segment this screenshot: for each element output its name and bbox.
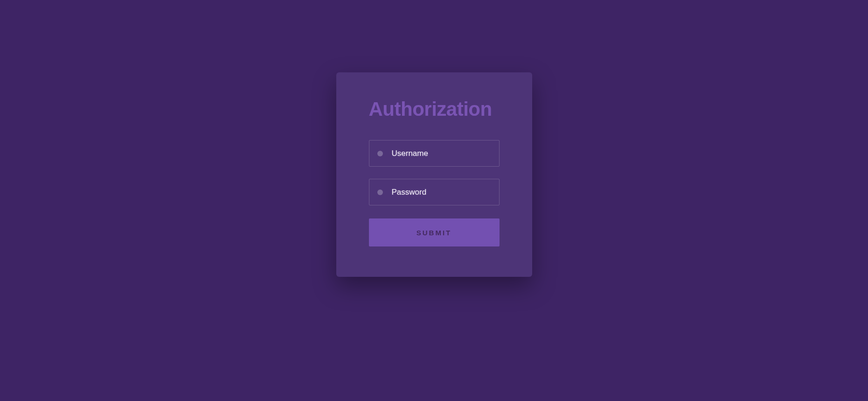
username-field-wrapper (369, 140, 500, 167)
authorization-card: Authorization SUBMIT (336, 72, 532, 277)
username-input[interactable] (369, 140, 500, 167)
password-field-wrapper (369, 179, 500, 205)
submit-button[interactable]: SUBMIT (369, 218, 500, 246)
password-input[interactable] (369, 179, 500, 205)
page-title: Authorization (369, 98, 500, 120)
